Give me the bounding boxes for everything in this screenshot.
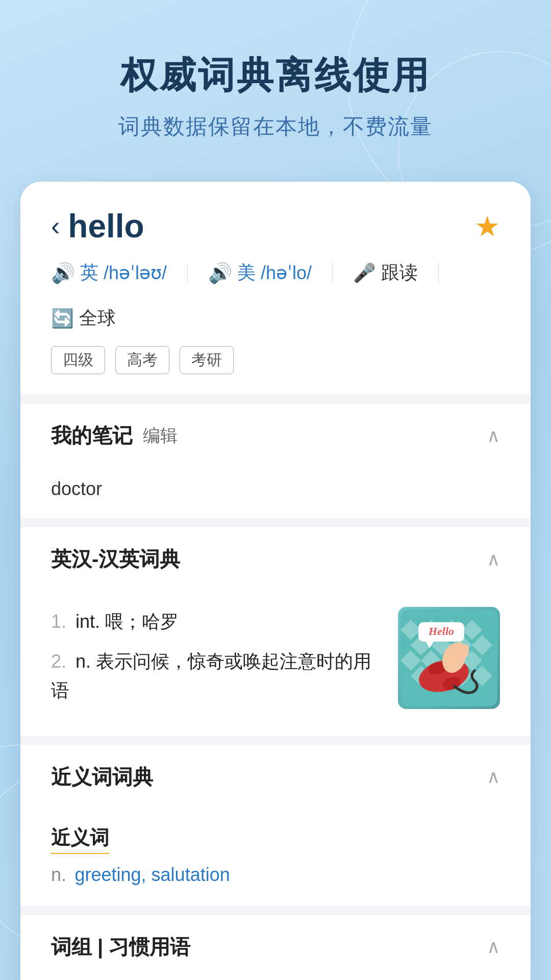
tag-gaokao: 高考 — [115, 346, 169, 374]
def-pos-1: int. — [76, 611, 105, 632]
global-label: 全球 — [79, 306, 116, 331]
british-audio-icon[interactable]: 🔊 — [51, 262, 75, 284]
main-title: 权威词典离线使用 — [31, 51, 520, 100]
tag-cet4: 四级 — [51, 346, 105, 374]
global-button[interactable]: 🔄 全球 — [51, 306, 116, 331]
dict-content: 1. int. 喂；哈罗 2. n. 表示问候，惊奇或唤起注意时的用语 — [20, 592, 531, 736]
syn-words[interactable]: greeting, salutation — [74, 864, 230, 885]
synonyms-content: 近义词 n. greeting, salutation — [20, 810, 531, 906]
exam-tags: 四级 高考 考研 — [51, 346, 500, 374]
main-card: ‹ hello ★ 🔊 英 /həˈləʊ/ 🔊 美 /həˈlo/ 🎤 跟读 — [20, 182, 531, 980]
sep-1 — [20, 395, 531, 403]
tag-kaoyan: 考研 — [180, 346, 234, 374]
phrases-collapse-icon[interactable]: ∧ — [487, 936, 500, 958]
word-nav-left: ‹ hello — [51, 207, 144, 245]
svg-text:Hello: Hello — [428, 625, 454, 638]
dict-definitions: 1. int. 喂；哈罗 2. n. 表示问候，惊奇或唤起注意时的用语 — [51, 607, 383, 716]
dict-illustration: Hello — [398, 607, 500, 709]
syn-section-header: 近义词词典 ∧ — [20, 744, 531, 810]
syn-header: 近义词 — [51, 825, 500, 859]
word-header: ‹ hello ★ 🔊 英 /həˈləʊ/ 🔊 美 /həˈlo/ 🎤 跟读 — [20, 182, 531, 395]
pron-british[interactable]: 🔊 英 /həˈləʊ/ — [51, 260, 167, 285]
def-pos-2: n. — [76, 651, 96, 672]
def-item-2: 2. n. 表示问候，惊奇或唤起注意时的用语 — [51, 647, 383, 705]
syn-title: 近义词词典 — [51, 763, 153, 791]
american-audio-icon[interactable]: 🔊 — [208, 262, 232, 284]
header-section: 权威词典离线使用 词典数据保留在本地，不费流量 — [0, 0, 551, 172]
follow-read-button[interactable]: 🎤 跟读 — [353, 260, 418, 285]
notes-collapse-icon[interactable]: ∧ — [487, 425, 500, 447]
favorite-star-icon[interactable]: ★ — [474, 210, 500, 243]
notes-content: doctor — [20, 468, 531, 518]
def-num-2: 2. — [51, 651, 66, 672]
syn-collapse-icon[interactable]: ∧ — [487, 766, 500, 788]
def-num-1: 1. — [51, 611, 66, 632]
sub-title: 词典数据保留在本地，不费流量 — [31, 112, 520, 141]
sep-2 — [20, 518, 531, 526]
british-pron: /həˈləʊ/ — [104, 262, 167, 284]
notes-title: 我的笔记 — [51, 422, 133, 450]
def-meaning-1: 喂；哈罗 — [105, 611, 179, 632]
syn-row: n. greeting, salutation — [51, 864, 500, 886]
notes-edit-button[interactable]: 编辑 — [143, 424, 178, 448]
british-lang: 英 — [80, 260, 98, 285]
def-meaning-2: 表示问候，惊奇或唤起注意时的用语 — [51, 651, 371, 701]
pronunciation-row: 🔊 英 /həˈləʊ/ 🔊 美 /həˈlo/ 🎤 跟读 🔄 全球 — [51, 260, 500, 331]
notes-section-header: 我的笔记 编辑 ∧ — [20, 403, 531, 468]
phrases-title: 词组 | 习惯用语 — [51, 933, 190, 961]
follow-read-label: 跟读 — [381, 260, 418, 285]
pron-divider-1 — [187, 263, 188, 283]
pron-divider-2 — [332, 263, 333, 283]
sep-4 — [20, 906, 531, 914]
syn-label: 近义词 — [51, 825, 109, 854]
dict-collapse-icon[interactable]: ∧ — [487, 549, 500, 570]
dict-title: 英汉-汉英词典 — [51, 545, 180, 573]
sep-3 — [20, 736, 531, 744]
globe-icon: 🔄 — [51, 308, 74, 329]
microphone-icon: 🎤 — [353, 262, 376, 284]
american-lang: 美 — [237, 260, 256, 285]
def-item-1: 1. int. 喂；哈罗 — [51, 607, 383, 636]
pron-divider-3 — [438, 263, 439, 283]
hello-phone-svg: Hello — [400, 609, 497, 706]
back-button[interactable]: ‹ — [51, 213, 60, 239]
dict-entry: 1. int. 喂；哈罗 2. n. 表示问候，惊奇或唤起注意时的用语 — [51, 607, 500, 716]
dict-section-header: 英汉-汉英词典 ∧ — [20, 526, 531, 592]
word-nav-row: ‹ hello ★ — [51, 207, 500, 245]
phrases-section-header: 词组 | 习惯用语 ∧ — [20, 914, 531, 979]
syn-pos: n. — [51, 864, 66, 885]
notes-text: doctor — [51, 478, 102, 499]
pron-american[interactable]: 🔊 美 /həˈlo/ — [208, 260, 312, 285]
word-title: hello — [68, 207, 144, 245]
american-pron: /həˈlo/ — [261, 262, 312, 284]
